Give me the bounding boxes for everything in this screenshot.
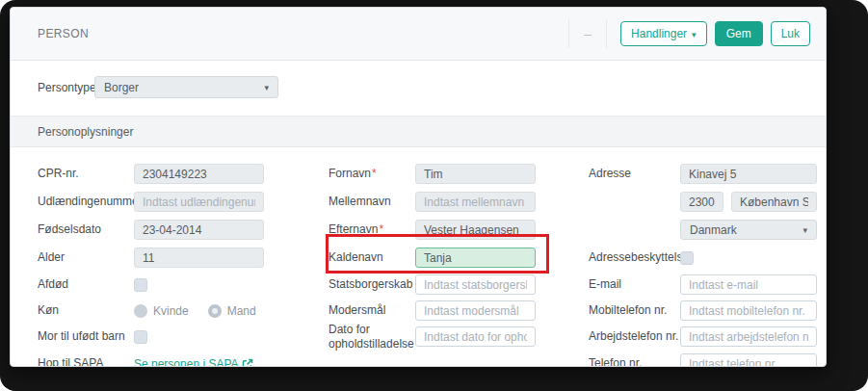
mor-til-ufoedt-barn-checkbox[interactable] (134, 330, 147, 344)
sapa-link[interactable]: Se personen i SAPA (134, 357, 253, 368)
chevron-down-icon: ▾ (692, 30, 697, 39)
arbejdstelefon-input[interactable] (680, 326, 817, 347)
kaldenavn-label: Kaldenavn (329, 250, 415, 265)
person-window: PERSON – Handlinger▾ Gem Luk Persontype … (10, 7, 827, 367)
kaldenavn-input[interactable] (415, 248, 536, 268)
mobiltelefon-input[interactable] (680, 300, 817, 321)
koen-mand-radio[interactable] (208, 304, 222, 318)
field-dato-for-opholdstilladelse: Dato for opholdstilladelse (329, 326, 536, 347)
hop-til-sapa-label: Hop til SAPA (38, 356, 134, 367)
statsborgerskab-label: Statsborgerskab (329, 277, 415, 292)
udlaendingenummer-input[interactable] (134, 192, 264, 212)
cpr-label: CPR-nr. (38, 167, 134, 181)
land-select[interactable]: Danmark ▾ (680, 220, 817, 240)
mobiltelefon-label: Mobiltelefon nr. (589, 303, 680, 318)
mor-til-ufoedt-barn-label: Mor til ufødt barn (38, 329, 134, 344)
land-value: Danmark (690, 223, 737, 237)
field-adressebeskyttelse: Adressebeskyttelse (589, 248, 694, 268)
field-alder: Alder (38, 248, 264, 268)
section-header: Personoplysninger (11, 116, 826, 147)
field-efternavn: Efternavn* (329, 220, 536, 240)
dato-for-opholdstilladelse-label: Dato for opholdstilladelse (329, 323, 415, 352)
fornavn-input[interactable] (415, 164, 536, 184)
luk-button[interactable]: Luk (771, 21, 810, 46)
field-koen: Køn Kvinde Mand (38, 300, 270, 321)
adressebeskyttelse-checkbox[interactable] (680, 251, 694, 265)
afdoed-checkbox[interactable] (134, 278, 147, 292)
field-mellemnavn: Mellemnavn (329, 192, 536, 212)
telefon-input[interactable] (680, 353, 817, 367)
adresse-input[interactable] (680, 164, 817, 184)
gem-button[interactable]: Gem (715, 21, 763, 46)
minimize-button[interactable]: – (575, 23, 600, 44)
adressebeskyttelse-label: Adressebeskyttelse (589, 250, 680, 265)
foedselsdato-label: Fødselsdato (38, 222, 134, 237)
persontype-value: Borger (104, 81, 139, 94)
persontype-select[interactable]: Borger ▾ (94, 76, 278, 98)
toolbar-divider (568, 19, 569, 48)
chevron-down-icon: ▾ (802, 225, 807, 235)
koen-kvinde-label: Kvinde (153, 304, 189, 318)
koen-kvinde-radio[interactable] (134, 304, 147, 318)
field-postnr-by (589, 192, 817, 212)
by-input[interactable] (731, 192, 817, 212)
udlaendingenummer-label: Udlændingenummer (38, 195, 134, 209)
alder-label: Alder (38, 250, 134, 265)
efternavn-input[interactable] (415, 220, 536, 240)
statsborgerskab-input[interactable] (415, 274, 536, 295)
field-cpr: CPR-nr. (38, 164, 264, 184)
toolbar-divider (606, 19, 607, 48)
sapa-link-text: Se personen i SAPA (134, 357, 239, 368)
koen-mand-label: Mand (227, 304, 256, 318)
adresse-label: Adresse (589, 167, 680, 181)
alder-input[interactable] (134, 248, 264, 268)
arbejdstelefon-label: Arbejdstelefon nr. (589, 329, 680, 344)
cpr-input[interactable] (134, 164, 264, 184)
required-asterisk: * (372, 167, 377, 180)
email-label: E-mail (589, 277, 680, 292)
efternavn-label: Efternavn* (329, 222, 415, 237)
dark-backdrop: PERSON – Handlinger▾ Gem Luk Persontype … (0, 0, 868, 391)
required-asterisk: * (379, 222, 383, 236)
section-title: Personoplysninger (38, 125, 133, 139)
foedselsdato-input[interactable] (134, 220, 264, 240)
field-foedselsdato: Fødselsdato (38, 220, 264, 240)
window-title: PERSON (38, 27, 563, 40)
afdoed-label: Afdød (38, 277, 134, 292)
field-mobiltelefon: Mobiltelefon nr. (589, 300, 817, 321)
mellemnavn-label: Mellemnavn (329, 195, 415, 209)
chevron-down-icon: ▾ (264, 83, 269, 92)
fornavn-label: Fornavn* (329, 167, 415, 181)
koen-label: Køn (38, 303, 134, 318)
field-telefon: Telefon nr. (589, 353, 817, 367)
field-afdoed: Afdød (38, 274, 147, 295)
dato-for-opholdstilladelse-input[interactable] (415, 326, 536, 347)
field-land: Danmark ▾ (589, 220, 817, 240)
field-mor-til-ufoedt-barn: Mor til ufødt barn (38, 326, 147, 347)
telefon-label: Telefon nr. (589, 356, 680, 367)
field-adresse: Adresse (589, 164, 817, 184)
field-hop-til-sapa: Hop til SAPA Se personen i SAPA (38, 353, 253, 367)
title-bar: PERSON – Handlinger▾ Gem Luk (11, 8, 826, 61)
mellemnavn-input[interactable] (415, 192, 536, 212)
field-fornavn: Fornavn* (329, 164, 536, 184)
handlinger-button[interactable]: Handlinger▾ (620, 21, 707, 46)
field-email: E-mail (589, 274, 817, 295)
persontype-label: Persontype (38, 81, 96, 94)
external-link-icon (242, 358, 253, 368)
postnr-input[interactable] (680, 192, 723, 212)
email-input[interactable] (680, 274, 817, 295)
handlinger-label: Handlinger (631, 27, 687, 40)
field-kaldenavn: Kaldenavn (329, 248, 536, 268)
field-arbejdstelefon: Arbejdstelefon nr. (589, 326, 817, 347)
modersmaal-input[interactable] (415, 300, 536, 321)
modersmaal-label: Modersmål (329, 303, 415, 318)
field-statsborgerskab: Statsborgerskab (329, 274, 536, 295)
field-udlaendingenummer: Udlændingenummer (38, 192, 264, 212)
field-modersmaal: Modersmål (329, 300, 536, 321)
